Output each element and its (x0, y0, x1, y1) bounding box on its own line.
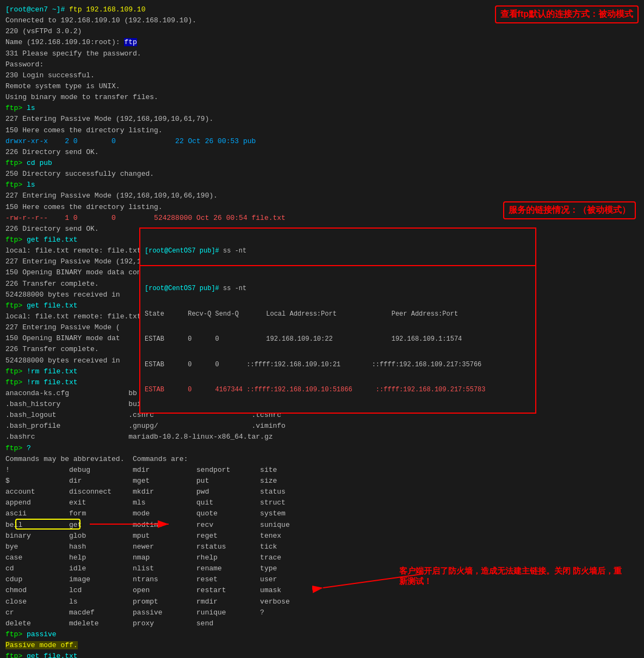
line-12: 150 Here comes the directory listing. (5, 125, 639, 136)
line-40: .bashrc mariadb-10.2.8-linux-x86_64.tar.… (5, 432, 639, 442)
line-61: ftp> get file.txt (5, 651, 639, 658)
inner-terminal-box-2: [root@CentOS7 pub]# ss -nt State Recv-Q … (139, 265, 536, 414)
line-47: append exit mls quit struct (5, 497, 639, 508)
line-60: Passive mode off. (5, 640, 639, 651)
line-8: Remote system type is UNIX. (5, 81, 639, 92)
line-42: Commands may be abbreviated. Commands ar… (5, 454, 639, 465)
annotation-server-link: 服务的链接情况：（被动模式） (503, 201, 636, 219)
annotation-passive-mode: 查看ftp默认的连接方式：被动模式 (495, 5, 639, 23)
line-51: bye hash newer rstatus tick (5, 542, 639, 552)
line-10: ftp> ls (5, 103, 639, 114)
line-13: drwxr-xr-x 2 0 0 22 Oct 26 00:53 pub (5, 136, 639, 147)
line-7: 230 Login successful. (5, 70, 639, 81)
line-41: ftp> ? (5, 443, 639, 454)
line-44: ! debug mdir sendport site (5, 465, 639, 476)
line-56: close ls prompt rmdir verbose (5, 596, 639, 607)
line-15: ftp> cd pub (5, 158, 639, 169)
line-5: 331 Please specify the password. (5, 48, 639, 59)
line-59: ftp> passive (5, 629, 639, 640)
line-14: 226 Directory send OK. (5, 147, 639, 158)
line-55: chmod lcd open restart umask (5, 585, 639, 596)
line-4: Name (192.168.109.10:root): ftp (5, 37, 639, 48)
line-58: delete mdelete proxy send (5, 618, 639, 629)
line-11: 227 Entering Passive Mode (192,168,109,1… (5, 114, 639, 125)
line-57: cr macdef passive runique ? (5, 607, 639, 618)
line-17: ftp> ls (5, 180, 639, 190)
line-9: Using binary mode to transfer files. (5, 92, 639, 103)
passive-circle (15, 519, 81, 530)
line-46: account disconnect mkdir pwd status (5, 487, 639, 497)
line-6: Password: (5, 59, 639, 70)
line-48: ascii form mode quote system (5, 508, 639, 519)
line-52: case help nmap rhelp trace (5, 552, 639, 563)
terminal-window: [root@cen7 ~]# ftp 192.168.109.10 Connec… (0, 0, 644, 658)
annotation-firewall: 客户端开启了防火墙，造成无法建主链接。关闭 防火墙后，重新测试！ (399, 566, 628, 587)
line-18: 227 Entering Passive Mode (192,168,109,1… (5, 190, 639, 201)
line-39: .bash_profile .gnupg/ .viminfo (5, 421, 639, 432)
line-16: 250 Directory successfully changed. (5, 169, 639, 180)
line-3: 220 (vsFTPd 3.0.2) (5, 26, 639, 37)
line-50: binary glob mput reget tenex (5, 531, 639, 542)
line-49: bell get modtime recv sunique (5, 520, 639, 531)
line-45: $ dir mget put size (5, 476, 639, 487)
